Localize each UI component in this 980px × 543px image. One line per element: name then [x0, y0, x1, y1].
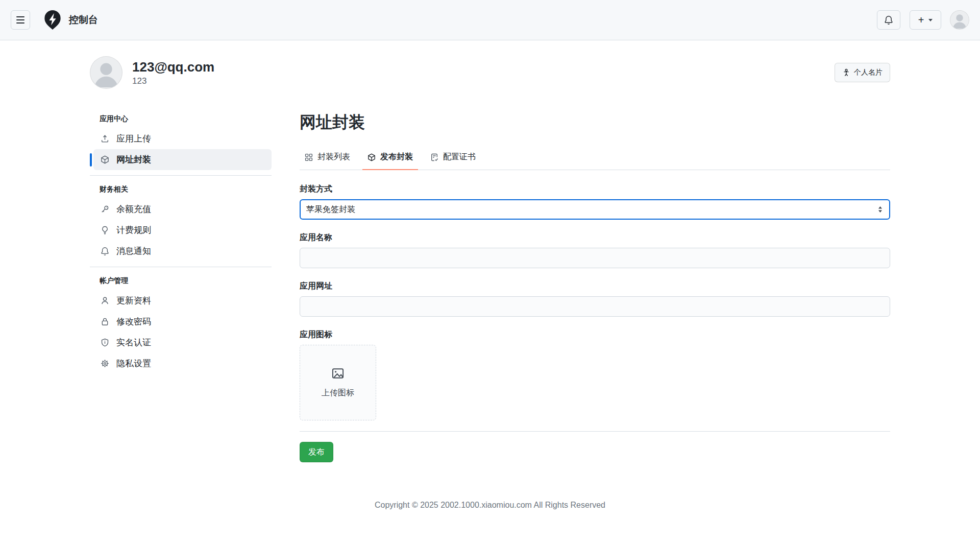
sidebar-item-label: 余额充值	[116, 203, 151, 215]
sidebar-item-label: 网址封装	[116, 154, 151, 166]
copyright-footer: Copyright © 2025 2002.1000.xiaomiou.com …	[0, 501, 980, 510]
tab-configure-certificate[interactable]: 配置证书	[425, 148, 481, 170]
app-name-input[interactable]	[300, 248, 890, 268]
header-avatar[interactable]	[950, 10, 969, 30]
sidebar-item-label: 修改密码	[116, 316, 151, 327]
sidebar-item-change-password[interactable]: 修改密码	[93, 311, 272, 332]
sidebar-item-billing-rules[interactable]: 计费规则	[93, 220, 272, 241]
sidebar-section-title: 应用中心	[90, 110, 272, 128]
form-divider	[300, 431, 890, 432]
notifications-button[interactable]	[877, 10, 900, 30]
sidebar-item-notifications[interactable]: 消息通知	[93, 241, 272, 262]
tab-label: 封装列表	[317, 152, 350, 162]
lightbulb-icon	[101, 226, 109, 234]
sidebar-section-app-center: 应用中心 应用上传	[90, 110, 272, 176]
sidebar-section-title: 帐户管理	[90, 272, 272, 290]
brand-lightning-pin-logo	[43, 9, 62, 31]
sidebar-item-label: 计费规则	[116, 224, 151, 236]
sidebar-item-url-packaging[interactable]: 网址封装	[93, 149, 272, 170]
person-badge-icon	[842, 68, 850, 77]
sidebar-item-privacy-settings[interactable]: 隐私设置	[93, 353, 272, 374]
certificate-icon	[430, 153, 438, 161]
sidebar-section-account: 帐户管理 更新资料	[90, 272, 272, 379]
tab-navigation: 封装列表 发布封装	[300, 148, 890, 170]
app-name-label: 应用名称	[300, 232, 890, 243]
icon-upload-dropzone[interactable]: 上传图标	[300, 345, 376, 420]
person-icon	[101, 296, 109, 305]
publish-form: 封装方式 苹果免签封装 应用名称 应用网址 应用图标	[300, 184, 890, 462]
page-title: 网址封装	[300, 111, 890, 134]
sidebar-item-label: 消息通知	[116, 245, 151, 257]
package-method-value: 苹果免签封装	[306, 204, 355, 215]
bell-icon	[884, 15, 893, 25]
personal-card-button[interactable]: 个人名片	[835, 63, 890, 82]
main-content: 网址封装 封装列表	[300, 110, 890, 462]
package-icon	[101, 155, 109, 164]
app-header: 控制台 +	[0, 0, 980, 40]
sidebar-section-finance: 财务相关 余额充值	[90, 181, 272, 267]
key-icon	[101, 205, 109, 214]
shield-icon	[101, 338, 109, 347]
app-title: 控制台	[69, 13, 98, 27]
app-icon-label: 应用图标	[300, 329, 890, 340]
grid-icon	[305, 153, 313, 161]
tab-publish-package[interactable]: 发布封装	[362, 148, 418, 170]
sidebar-item-label: 隐私设置	[116, 358, 151, 369]
profile-header: 123@qq.com 123 个人名片	[90, 56, 890, 89]
tab-label: 配置证书	[443, 152, 476, 162]
profile-avatar	[90, 56, 122, 89]
create-new-button[interactable]: +	[910, 10, 941, 30]
hamburger-menu-button[interactable]	[11, 10, 30, 30]
sidebar-item-label: 应用上传	[116, 133, 151, 145]
sidebar-section-title: 财务相关	[90, 181, 272, 199]
profile-email: 123@qq.com	[132, 59, 214, 76]
sidebar-item-balance-recharge[interactable]: 余额充值	[93, 199, 272, 220]
plus-icon: +	[918, 15, 924, 25]
chevron-down-icon	[928, 19, 933, 21]
package-icon	[368, 153, 376, 161]
bell-icon	[101, 247, 109, 255]
package-method-select[interactable]: 苹果免签封装	[300, 199, 890, 220]
sidebar-nav: 应用中心 应用上传	[90, 110, 272, 384]
image-icon	[331, 367, 345, 380]
select-arrows-icon	[878, 206, 883, 213]
sidebar-item-update-profile[interactable]: 更新资料	[93, 290, 272, 311]
personal-card-label: 个人名片	[854, 68, 883, 77]
tab-package-list[interactable]: 封装列表	[300, 148, 355, 170]
tab-label: 发布封装	[380, 152, 413, 162]
app-url-label: 应用网址	[300, 281, 890, 292]
upload-icon	[101, 134, 109, 143]
gear-icon	[101, 359, 109, 368]
publish-button[interactable]: 发布	[300, 442, 333, 462]
profile-username: 123	[132, 76, 214, 86]
sidebar-item-app-upload[interactable]: 应用上传	[93, 128, 272, 149]
sidebar-item-label: 实名认证	[116, 337, 151, 348]
sidebar-item-realname-verification[interactable]: 实名认证	[93, 332, 272, 353]
upload-icon-label: 上传图标	[322, 388, 354, 398]
package-method-label: 封装方式	[300, 184, 890, 195]
lock-icon	[101, 317, 109, 326]
hamburger-icon	[16, 16, 24, 23]
app-url-input[interactable]	[300, 296, 890, 317]
sidebar-item-label: 更新资料	[116, 295, 151, 306]
